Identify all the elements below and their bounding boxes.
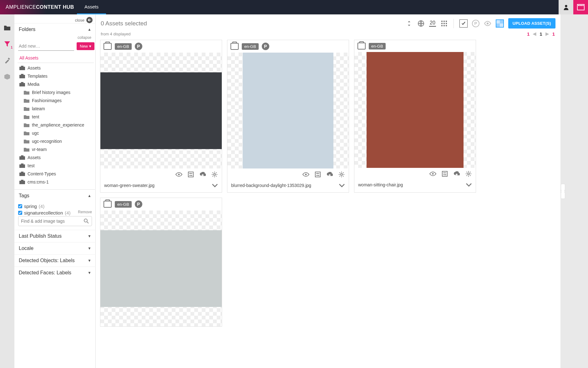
select-all[interactable] (459, 19, 468, 28)
tag-search[interactable] (18, 216, 92, 226)
asset-thumbnail[interactable] (227, 53, 349, 168)
svg-rect-13 (21, 155, 23, 156)
tree-item[interactable]: Content-Types (18, 170, 94, 178)
tree-item-label: tent (32, 114, 39, 119)
tree-item[interactable]: the_amplience_experience (18, 121, 94, 129)
tree-item[interactable]: tent (18, 113, 94, 121)
rail-tools-icon[interactable] (4, 57, 11, 64)
tree-item[interactable]: test (18, 162, 94, 170)
asset-card[interactable]: en-GB P woman-green-sweater.jpg (100, 40, 222, 193)
tags-remove-link[interactable]: Remove (78, 210, 92, 214)
asset-card[interactable]: en-GB woman-sitting-chair.jpg (354, 40, 476, 193)
gear-icon (338, 171, 345, 178)
card-preview[interactable] (429, 170, 436, 177)
asset-card[interactable]: en-GB P blurred-background-daylight-1353… (227, 40, 349, 193)
svg-rect-23 (444, 21, 445, 22)
asset-thumbnail[interactable] (100, 210, 222, 326)
card-upload[interactable] (453, 170, 460, 177)
caret-down-icon: ▼ (88, 271, 91, 275)
asset-thumbnail[interactable] (354, 52, 476, 168)
card-upload[interactable] (326, 171, 333, 178)
svg-rect-12 (19, 156, 25, 160)
folder-icon (24, 106, 29, 111)
tree-all-assets[interactable]: All Assets (18, 54, 94, 63)
section-folders-header[interactable]: Folders ▲ (14, 23, 96, 35)
pager-next-icon[interactable]: ▶ (545, 31, 549, 37)
tree-item[interactable]: ugc-recognition (18, 137, 94, 145)
collapse-all-link[interactable]: collapse (78, 35, 91, 40)
card-settings[interactable] (465, 170, 472, 177)
chevron-down-icon[interactable] (339, 184, 345, 187)
asset-card[interactable]: en-GB P (100, 198, 222, 327)
section-faces[interactable]: Detected Faces: Labels▼ (14, 267, 96, 279)
rail-folder-icon[interactable] (4, 24, 11, 31)
tag-item[interactable]: spring (4) (18, 203, 92, 210)
cloud-upload-icon (454, 171, 460, 176)
card-preview[interactable] (302, 171, 309, 178)
svg-rect-4 (581, 5, 582, 6)
right-panel-handle[interactable]: ⋮⋮ (560, 14, 565, 368)
tree-item[interactable]: Brief history images (18, 88, 94, 96)
transparency-toggle[interactable] (496, 19, 504, 28)
svg-rect-18 (19, 181, 25, 184)
tag-search-input[interactable] (21, 219, 84, 224)
tree-item-label: test (28, 163, 35, 168)
new-folder-input[interactable] (18, 42, 74, 51)
tree-item[interactable]: Templates (18, 72, 94, 80)
tree-item[interactable]: ugc (18, 129, 94, 137)
card-settings[interactable] (338, 171, 345, 178)
sidebar-close-button[interactable] (86, 17, 93, 23)
user-menu[interactable] (559, 0, 573, 14)
rail-package-icon[interactable] (4, 73, 11, 80)
pager-last[interactable]: 1 (552, 31, 555, 37)
tag-count: (4) (39, 204, 44, 209)
preview-toggle[interactable] (484, 20, 491, 27)
tree-item[interactable]: cms:cms-1 (18, 178, 94, 186)
locale-toggle[interactable] (417, 20, 425, 27)
tag-label: spring (24, 204, 37, 209)
tab-assets[interactable]: Assets (77, 0, 106, 14)
sort-toggle[interactable] (405, 20, 413, 27)
svg-rect-8 (19, 75, 25, 78)
card-upload[interactable] (199, 171, 206, 178)
new-folder-button[interactable]: New ▾ (77, 42, 94, 50)
svg-rect-24 (446, 21, 447, 22)
section-last-publish[interactable]: Last Publish Status▼ (14, 230, 96, 242)
grid-view-toggle[interactable] (440, 20, 448, 27)
asset-thumbnail[interactable] (100, 53, 222, 168)
briefcase-icon (19, 82, 25, 86)
chevron-down-icon[interactable] (212, 184, 218, 187)
page-size[interactable]: 20 (429, 20, 436, 27)
publish-status-toggle[interactable]: P (472, 20, 479, 27)
rail-filter-icon[interactable]: 1 (4, 41, 11, 48)
card-edit[interactable] (187, 171, 194, 178)
toolbar-divider (454, 19, 454, 28)
new-folder-button-label: New (80, 44, 88, 49)
tree-item[interactable]: vr-team (18, 145, 94, 153)
published-badge: P (135, 43, 142, 50)
tree-item[interactable]: Assets (18, 64, 94, 72)
tree-item[interactable]: Fashionimages (18, 96, 94, 105)
section-tags-header[interactable]: Tags ▲ (14, 189, 96, 202)
card-edit[interactable] (314, 171, 321, 178)
tag-checkbox[interactable] (18, 204, 22, 208)
upload-button[interactable]: UPLOAD ASSET(S) (508, 18, 555, 29)
tree-item[interactable]: Assets (18, 153, 94, 162)
card-preview[interactable] (175, 171, 182, 178)
section-locale[interactable]: Locale▼ (14, 242, 96, 254)
grid-icon (441, 21, 447, 26)
app-switcher[interactable] (573, 0, 588, 14)
pager-prev-icon[interactable]: ◀ (533, 31, 536, 37)
tag-count: (4) (65, 210, 70, 215)
tree-item-label: Brief history images (32, 90, 70, 95)
tree-item[interactable]: lateam (18, 105, 94, 113)
section-objects[interactable]: Detected Objects: Labels▼ (14, 254, 96, 267)
card-edit[interactable] (441, 170, 448, 177)
tag-checkbox[interactable] (18, 211, 22, 215)
pager-first[interactable]: 1 (527, 31, 530, 37)
card-settings[interactable] (211, 171, 218, 178)
svg-point-32 (178, 174, 180, 175)
search-icon (84, 218, 89, 224)
chevron-down-icon[interactable] (466, 183, 472, 187)
tree-item[interactable]: Media (18, 80, 94, 88)
